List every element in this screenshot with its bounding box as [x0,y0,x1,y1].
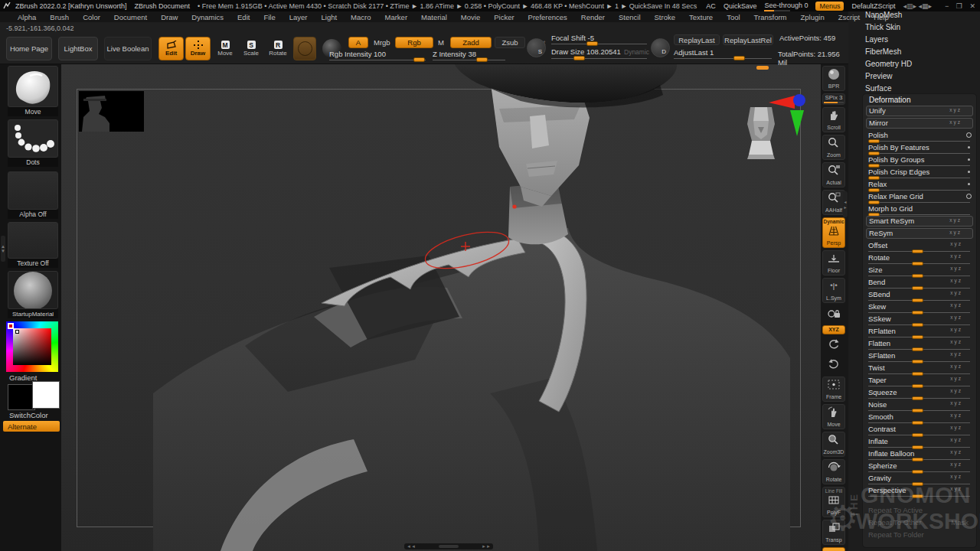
rgb-intensity-slider[interactable]: Rgb Intensity 100 [329,50,386,58]
shelf-spinr-button[interactable] [822,357,845,374]
deformation-size[interactable]: Sizexyz [866,265,973,277]
menu-stroke[interactable]: Stroke [648,13,682,21]
rgb-intensity-handle[interactable] [413,57,425,62]
deformation-inflate-balloon[interactable]: Inflate Balloonxyz [866,448,973,461]
adjust-last-track[interactable] [674,58,772,59]
slider-track[interactable] [868,153,970,154]
menu-marker[interactable]: Marker [378,13,415,21]
axis-toggles[interactable]: xyz [949,217,962,223]
z-intensity-track[interactable] [433,60,505,60]
shelf-pivot-button[interactable] [822,305,845,323]
shelf-spinl-button[interactable] [822,337,845,354]
mrgb-toggle[interactable]: Mrgb [374,38,390,47]
z-intensity-slider[interactable]: Z Intensity 38 [433,50,476,58]
draw-size-slider[interactable]: Draw Size 108.20541 [551,47,621,56]
menu-dynamics[interactable]: Dynamics [185,13,230,21]
menus-button[interactable]: Menus [815,2,844,11]
dot-toggle[interactable] [968,146,970,148]
edit-button[interactable]: Edit [158,37,184,60]
home-page-button[interactable]: Home Page [6,37,52,60]
tool-section-fibermesh[interactable]: FiberMesh [848,46,980,58]
menu-brush[interactable]: Brush [43,13,76,21]
dots-stroke-icon[interactable]: D [651,38,670,57]
axis-gizmo[interactable] [767,90,808,142]
deformation-polish-by-features[interactable]: Polish By Features [866,142,973,155]
tool-section-thick-skin[interactable]: Thick Skin [848,21,980,34]
deformation-unify[interactable]: Unifyxyz [866,106,973,116]
axis-toggles[interactable]: xyz [950,449,962,455]
brush-preview[interactable] [293,37,316,60]
slider-track[interactable] [868,178,970,178]
adjust-last-slider[interactable]: AdjustLast 1 [674,48,714,57]
slider-track[interactable] [868,214,970,215]
shelf-l-sym-button[interactable]: *|*L.Sym [822,278,845,303]
shelf-zoom-button[interactable]: Zoom [822,135,845,160]
radio-toggle[interactable] [966,194,972,199]
focal-shift-track[interactable] [551,44,647,44]
axis-toggles[interactable]: xyz [950,412,962,418]
axis-toggles[interactable]: xyz [949,230,962,235]
scroll-left-icon[interactable]: ◄◄ [407,544,416,549]
menu-macro[interactable]: Macro [344,13,377,21]
deformation-smooth[interactable]: Smoothxyz [866,412,973,424]
main-color-swatch[interactable] [8,384,35,410]
shelf-ghost-button[interactable]: Ghost [822,547,845,551]
menu-tool[interactable]: Tool [720,13,746,21]
axis-toggles[interactable]: xyz [950,461,962,467]
menu-light[interactable]: Light [314,13,344,21]
axis-toggles[interactable]: xyz [950,486,962,491]
axis-toggles[interactable]: xyz [950,241,962,246]
quicksave-button[interactable]: QuickSave [724,2,757,10]
axis-toggles[interactable]: xyz [950,290,962,295]
live-boolean-button[interactable]: Live Boolean [104,37,152,60]
shelf-bpr-button[interactable]: BPR [822,66,845,91]
right-tray-divider[interactable]: ◂▸ [843,191,848,217]
menu-file[interactable]: File [256,13,282,21]
draw-size-track[interactable] [551,58,647,59]
tool-section-geometry-hd[interactable]: Geometry HD [848,58,980,70]
slider-track[interactable] [868,190,970,191]
sculpt-viewport[interactable]: ◄◄ ►► [61,64,821,551]
deformation-rotate[interactable]: Rotatexyz [866,253,973,265]
deformation-bend[interactable]: Bendxyz [866,277,973,289]
deformation-twist[interactable]: Twistxyz [866,363,973,375]
shelf-scroll-button[interactable]: Scroll [822,107,845,132]
dot-toggle[interactable] [968,171,970,173]
rgb-intensity-track[interactable] [329,60,426,60]
radio-toggle[interactable] [966,132,972,138]
deformation-smart-resym[interactable]: Smart ReSymxyz [866,216,973,227]
shelf-polyf-button[interactable]: Line FillPolyF [822,487,845,517]
shelf-actual-button[interactable]: Actual [822,162,845,187]
replay-last-button[interactable]: ReplayLast [674,34,720,45]
deformation-polish[interactable]: Polish [866,130,973,142]
deformation-sbend[interactable]: SBendxyz [866,289,973,302]
deformation-contrast[interactable]: Contrastxyz [866,424,973,436]
axis-toggles[interactable]: xyz [950,253,962,259]
deformation-sskew[interactable]: SSkewxyz [866,314,973,326]
lightbox-button[interactable]: LightBox [58,37,98,60]
stroke-thumbnail[interactable] [8,119,58,158]
shelf-frame-button[interactable]: Frame [822,377,845,402]
slider-track[interactable] [868,202,970,203]
deformation-resym[interactable]: ReSymxyz [866,228,973,239]
menu-picker[interactable]: Picker [487,13,521,21]
zadd-toggle[interactable]: Zadd [450,37,492,48]
deformation-polish-by-groups[interactable]: Polish By Groups [866,155,973,167]
zsub-toggle[interactable]: Zsub [495,37,525,48]
axis-toggles[interactable]: xyz [950,400,962,406]
shelf-spix-3-button[interactable]: SPix 3 [822,93,845,105]
deformation-offset[interactable]: Offsetxyz [866,240,973,253]
current-brush-thumbnail[interactable] [8,66,58,107]
alternate-button[interactable]: Alternate [3,421,60,432]
shelf-persp-button[interactable]: DynamicPersp [822,217,845,248]
menu-help[interactable]: Help [867,13,896,21]
axis-toggles[interactable]: xyz [950,474,962,479]
menu-zplugin[interactable]: Zplugin [794,13,831,21]
switch-color-button[interactable]: SwitchColor [8,410,58,419]
axis-toggles[interactable]: xyz [949,107,962,112]
axis-toggles[interactable]: xyz [949,119,962,125]
scale-button[interactable]: S Scale [240,37,262,60]
material-thumbnail[interactable] [8,271,58,309]
menu-transform[interactable]: Transform [747,13,794,21]
deformation-skew[interactable]: Skewxyz [866,302,973,314]
